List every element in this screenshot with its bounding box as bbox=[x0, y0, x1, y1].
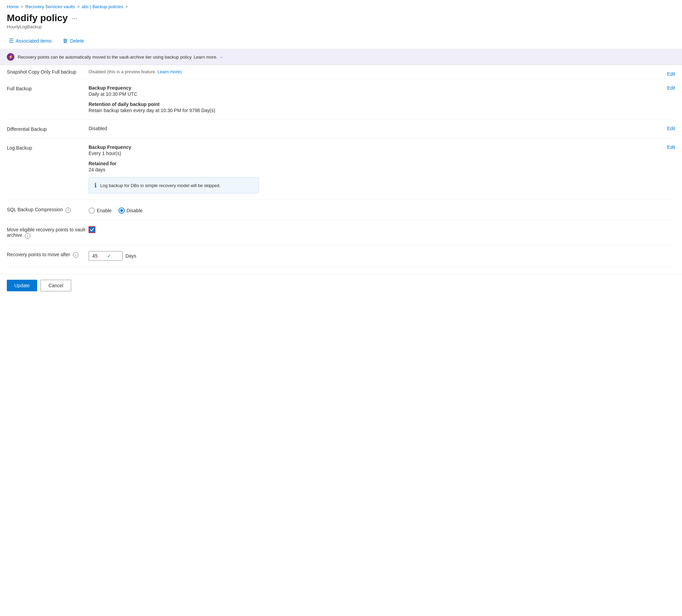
vault-archive-checkbox[interactable] bbox=[89, 226, 95, 233]
log-backup-label: Log Backup bbox=[7, 144, 89, 151]
info-circle-icon: ℹ bbox=[94, 182, 97, 189]
log-backup-frequency-value: Every 1 hour(s) bbox=[89, 151, 675, 156]
banner-icon: ⚡ bbox=[7, 53, 14, 61]
full-backup-retention-title: Retention of daily backup point bbox=[89, 102, 675, 107]
page-header: Modify policy ··· HourlyLogBackup bbox=[0, 11, 682, 33]
toolbar: ☰ Associated items 🗑 Delete bbox=[0, 33, 682, 49]
more-options-button[interactable]: ··· bbox=[72, 14, 78, 22]
full-backup-retention: Retention of daily backup point Retain b… bbox=[89, 102, 675, 113]
recovery-points-details: 45 ✓ Days bbox=[89, 251, 675, 261]
delete-label: Delete bbox=[70, 38, 84, 44]
sql-compression-label: SQL Backup Compression i bbox=[7, 206, 89, 213]
differential-backup-details: Disabled bbox=[89, 126, 675, 131]
log-backup-retained: Retained for 24 days bbox=[89, 161, 675, 172]
sql-compression-row: SQL Backup Compression i Enable Disable bbox=[7, 200, 675, 220]
disable-radio-label: Disable bbox=[127, 208, 143, 213]
full-backup-details: Backup Frequency Daily at 10:30 PM UTC R… bbox=[89, 85, 675, 113]
recovery-points-info-icon: i bbox=[73, 252, 78, 258]
snapshot-row: Snapshot Copy Only Full backup Disabled … bbox=[7, 65, 675, 79]
compression-disable-option[interactable]: Disable bbox=[119, 207, 143, 214]
differential-backup-value: Disabled bbox=[89, 126, 675, 131]
differential-edit-link[interactable]: Edit bbox=[667, 126, 675, 131]
vault-archive-details bbox=[89, 226, 675, 233]
associated-items-button[interactable]: ☰ Associated items bbox=[7, 36, 54, 45]
full-backup-frequency-title: Backup Frequency bbox=[89, 85, 675, 91]
cancel-button[interactable]: Cancel bbox=[41, 280, 71, 291]
compression-radio-group: Enable Disable bbox=[89, 207, 675, 214]
full-backup-frequency-value: Daily at 10:30 PM UTC bbox=[89, 91, 675, 97]
full-backup-retention-value: Retain backup taken every day at 10:30 P… bbox=[89, 108, 675, 113]
breadcrumb-vault[interactable]: Recovery Services vaults bbox=[25, 4, 75, 9]
banner-text: Recovery points can be automatically mov… bbox=[18, 55, 223, 60]
log-backup-retained-value: 24 days bbox=[89, 167, 675, 172]
recovery-points-dropdown[interactable]: 45 ✓ bbox=[89, 251, 123, 261]
log-backup-frequency-title: Backup Frequency bbox=[89, 144, 675, 150]
log-backup-retained-title: Retained for bbox=[89, 161, 675, 166]
update-button[interactable]: Update bbox=[7, 280, 37, 291]
breadcrumb-home[interactable]: Home bbox=[7, 4, 19, 9]
recovery-points-row: Recovery points to move after i 45 ✓ Day… bbox=[7, 245, 675, 267]
snapshot-value: Disabled (this is a preview feature. Lea… bbox=[89, 69, 675, 74]
snapshot-edit-link[interactable]: Edit bbox=[667, 71, 675, 77]
delete-button[interactable]: 🗑 Delete bbox=[61, 36, 86, 45]
vault-archive-row: Move eligible recovery points to vault-a… bbox=[7, 220, 675, 245]
recovery-points-label: Recovery points to move after i bbox=[7, 251, 89, 258]
banner-learn-more[interactable]: → bbox=[219, 55, 223, 60]
log-backup-edit-link[interactable]: Edit bbox=[667, 144, 675, 150]
sql-compression-info-icon: i bbox=[65, 207, 71, 213]
delete-icon: 🗑 bbox=[63, 38, 68, 44]
sql-compression-details: Enable Disable bbox=[89, 206, 675, 214]
differential-backup-row: Differential Backup Disabled Edit bbox=[7, 120, 675, 138]
info-banner: ⚡ Recovery points can be automatically m… bbox=[0, 49, 682, 65]
page-title: Modify policy bbox=[7, 13, 68, 24]
full-backup-label: Full Backup bbox=[7, 85, 89, 91]
differential-backup-label: Differential Backup bbox=[7, 126, 89, 132]
log-backup-frequency: Backup Frequency Every 1 hour(s) bbox=[89, 144, 675, 156]
enable-radio-label: Enable bbox=[97, 208, 112, 213]
log-backup-details: Backup Frequency Every 1 hour(s) Retaine… bbox=[89, 144, 675, 194]
vault-archive-label: Move eligible recovery points to vault-a… bbox=[7, 226, 89, 238]
compression-enable-option[interactable]: Enable bbox=[89, 207, 112, 214]
log-backup-row: Log Backup Backup Frequency Every 1 hour… bbox=[7, 138, 675, 200]
snapshot-label: Snapshot Copy Only Full backup bbox=[7, 69, 89, 75]
breadcrumb: Home > Recovery Services vaults > abc | … bbox=[0, 0, 682, 11]
full-backup-row: Full Backup Backup Frequency Daily at 10… bbox=[7, 79, 675, 120]
full-backup-frequency: Backup Frequency Daily at 10:30 PM UTC bbox=[89, 85, 675, 97]
dropdown-checkmark-icon: ✓ bbox=[107, 253, 119, 259]
days-label: Days bbox=[125, 253, 136, 259]
breadcrumb-policy[interactable]: abc | Backup policies bbox=[82, 4, 123, 9]
associated-items-label: Associated items bbox=[16, 38, 52, 44]
log-backup-info-box: ℹ Log backup for DBs in simple recovery … bbox=[89, 177, 259, 194]
vault-archive-checkbox-wrapper bbox=[89, 226, 95, 233]
log-backup-info-text: Log backup for DBs in simple recovery mo… bbox=[100, 183, 220, 188]
main-content: Snapshot Copy Only Full backup Disabled … bbox=[0, 65, 682, 267]
full-backup-edit-link[interactable]: Edit bbox=[667, 85, 675, 91]
footer-bar: Update Cancel bbox=[0, 274, 682, 297]
recovery-points-value: 45 bbox=[92, 253, 104, 259]
page-subtitle: HourlyLogBackup bbox=[7, 24, 675, 29]
enable-radio[interactable] bbox=[89, 207, 95, 214]
snapshot-learn-more[interactable]: Learn more) bbox=[157, 69, 182, 74]
vault-archive-info-icon: i bbox=[25, 233, 30, 238]
list-icon: ☰ bbox=[9, 37, 14, 44]
recovery-points-dropdown-wrapper: 45 ✓ Days bbox=[89, 251, 675, 261]
disable-radio[interactable] bbox=[119, 207, 125, 214]
